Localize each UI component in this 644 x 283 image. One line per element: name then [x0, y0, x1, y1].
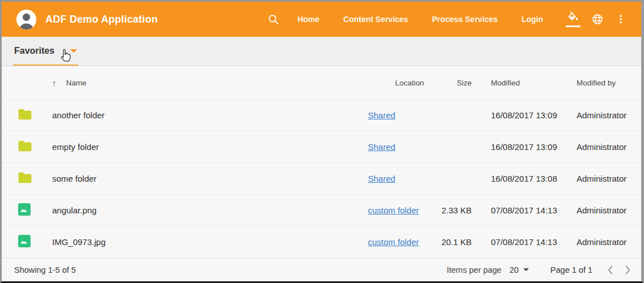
location-link[interactable]: custom folder [368, 237, 419, 247]
hand-cursor-icon [58, 48, 74, 66]
file-name: some folder [52, 174, 96, 183]
table-row[interactable]: some folder Shared 16/08/2017 13:08 Admi… [2, 162, 641, 194]
nav-process-services[interactable]: Process Services [432, 15, 498, 24]
app-title: ADF Demo Application [45, 14, 158, 25]
file-size: 20.1 KB [426, 237, 472, 247]
page-status: Page 1 of 1 [550, 265, 592, 275]
showing-count: Showing 1-5 of 5 [14, 265, 76, 275]
modified-by: Administrator [575, 205, 641, 215]
pagination-footer: Showing 1-5 of 5 Items per page 20 Page … [2, 258, 641, 281]
app-header: ADF Demo Application Home Content Servic… [2, 2, 641, 37]
items-per-page-value: 20 [510, 265, 519, 275]
nav-content-services[interactable]: Content Services [344, 15, 408, 24]
modified-date: 16/08/2017 13:09 [472, 142, 575, 152]
modified-by: Administrator [575, 110, 641, 120]
folder-icon [18, 140, 32, 155]
search-icon[interactable] [268, 14, 279, 25]
color-indicator-bar [566, 25, 581, 27]
table-header-row: ↑ Name Location Size Modified Modified b… [2, 66, 641, 99]
table-row[interactable]: IMG_0973.jpg custom folder 20.1 KB 07/08… [2, 226, 641, 258]
column-header-size[interactable]: Size [426, 79, 472, 87]
table-row[interactable]: another folder Shared 16/08/2017 13:09 A… [2, 99, 641, 131]
location-link[interactable]: custom folder [368, 205, 419, 215]
location-link[interactable]: Shared [368, 174, 395, 183]
chevron-down-icon [523, 268, 529, 271]
file-name: angular.png [52, 205, 96, 215]
file-size: 2.33 KB [426, 205, 472, 215]
column-header-modified-by[interactable]: Modified by [575, 79, 641, 87]
language-globe-icon[interactable] [591, 13, 604, 25]
location-link[interactable]: Shared [368, 110, 395, 120]
modified-date: 16/08/2017 13:08 [472, 174, 575, 183]
location-link[interactable]: Shared [368, 142, 395, 152]
image-file-icon [18, 203, 31, 218]
items-per-page-select[interactable]: Items per page 20 [447, 265, 529, 275]
file-name: empty folder [52, 142, 99, 152]
modified-by: Administrator [575, 237, 641, 247]
more-vert-icon[interactable] [615, 14, 626, 25]
modified-by: Administrator [575, 174, 641, 183]
color-fill-icon[interactable] [567, 11, 579, 27]
items-per-page-label: Items per page [447, 265, 502, 275]
folder-icon [18, 108, 32, 123]
folder-icon [18, 171, 32, 186]
previous-page-button[interactable] [607, 265, 613, 275]
table-row[interactable]: angular.png custom folder 2.33 KB 07/08/… [2, 194, 641, 226]
modified-date: 07/08/2017 14:13 [472, 205, 575, 215]
file-name: another folder [52, 110, 105, 120]
column-header-location[interactable]: Location [368, 79, 426, 87]
modified-date: 07/08/2017 14:13 [472, 237, 575, 247]
nav-home[interactable]: Home [298, 15, 320, 24]
modified-date: 16/08/2017 13:09 [472, 110, 575, 120]
column-header-name[interactable]: ↑ Name [52, 78, 368, 88]
image-file-icon [18, 234, 31, 250]
sort-ascending-icon[interactable]: ↑ [52, 78, 57, 88]
column-header-modified[interactable]: Modified [472, 79, 575, 87]
user-avatar-icon[interactable] [16, 9, 37, 30]
file-name: IMG_0973.jpg [52, 237, 105, 247]
tab-favorites-label: Favorites [14, 46, 54, 56]
next-page-button[interactable] [625, 265, 631, 275]
table-body: another folder Shared 16/08/2017 13:09 A… [2, 99, 641, 258]
nav-login[interactable]: Login [522, 15, 543, 24]
modified-by: Administrator [575, 142, 641, 152]
app-window: ADF Demo Application Home Content Servic… [0, 0, 644, 283]
table-row[interactable]: empty folder Shared 16/08/2017 13:09 Adm… [2, 131, 641, 162]
tab-strip: Favorites [2, 37, 641, 66]
